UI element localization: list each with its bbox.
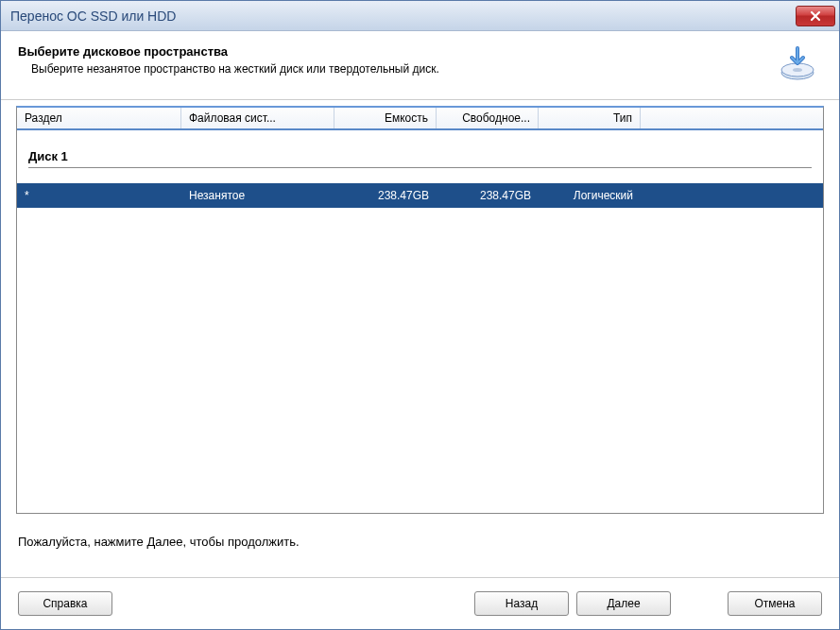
- cell-spacer: [641, 183, 823, 208]
- next-button[interactable]: Далее: [576, 591, 671, 616]
- column-header-capacity[interactable]: Емкость: [334, 108, 437, 128]
- svg-point-2: [793, 68, 802, 72]
- titlebar: Перенос ОС SSD или HDD: [1, 1, 839, 31]
- close-button[interactable]: [796, 6, 835, 26]
- back-button[interactable]: Назад: [474, 591, 569, 616]
- disk-download-icon: [779, 44, 816, 82]
- disk-group: Диск 1: [17, 130, 823, 174]
- cell-free: 238.47GB: [437, 183, 539, 208]
- header-section: Выберите дисковое пространства Выберите …: [1, 31, 839, 100]
- page-title: Выберите дисковое пространства: [18, 44, 779, 59]
- cell-capacity: 238.47GB: [334, 183, 437, 208]
- button-bar: Справка Назад Далее Отмена: [1, 577, 839, 629]
- column-header-filesystem[interactable]: Файловая сист...: [181, 108, 334, 128]
- table-header: Раздел Файловая сист... Емкость Свободно…: [17, 108, 823, 130]
- disk-name: Диск 1: [28, 149, 812, 168]
- column-header-type[interactable]: Тип: [539, 108, 641, 128]
- column-header-spacer: [641, 108, 823, 128]
- nav-button-group: Назад Далее: [474, 591, 671, 616]
- close-icon: [810, 10, 821, 22]
- cancel-button[interactable]: Отмена: [728, 591, 822, 616]
- content-area: Выберите дисковое пространства Выберите …: [1, 31, 839, 629]
- table-body: Диск 1 * Незанятое 238.47GB 238.47GB Лог…: [17, 130, 823, 513]
- column-header-partition[interactable]: Раздел: [17, 108, 181, 128]
- column-header-free[interactable]: Свободное...: [437, 108, 539, 128]
- window-title: Перенос ОС SSD или HDD: [10, 9, 176, 24]
- header-texts: Выберите дисковое пространства Выберите …: [18, 44, 779, 76]
- hint-text: Пожалуйста, нажмите Далее, чтобы продолж…: [1, 519, 839, 577]
- page-subtitle: Выберите незанятое пространство на жестк…: [31, 62, 779, 76]
- help-button[interactable]: Справка: [18, 591, 112, 616]
- table-row[interactable]: * Незанятое 238.47GB 238.47GB Логический: [17, 183, 823, 208]
- cell-type: Логический: [539, 183, 641, 208]
- wizard-window: Перенос ОС SSD или HDD Выберите дисковое…: [0, 0, 840, 630]
- partition-table: Раздел Файловая сист... Емкость Свободно…: [16, 106, 824, 514]
- cell-partition: *: [17, 183, 181, 208]
- cell-filesystem: Незанятое: [181, 183, 334, 208]
